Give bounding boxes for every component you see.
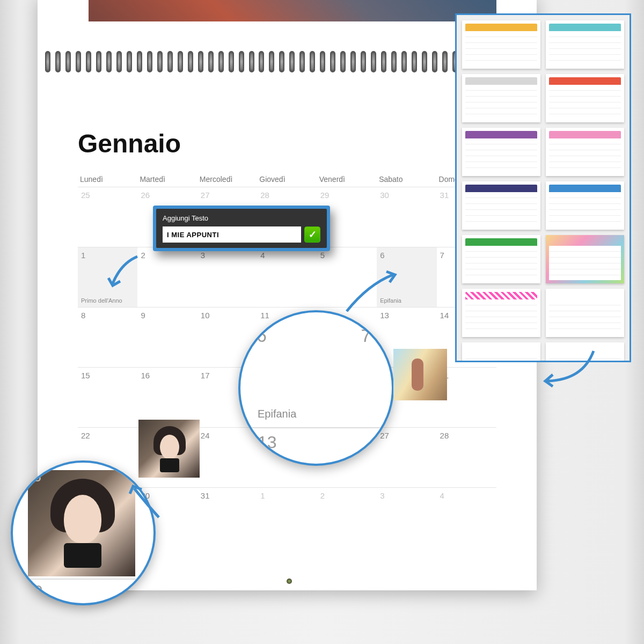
calendar-cell[interactable]: 25: [78, 187, 137, 247]
zoom-day-6: 6: [257, 325, 358, 346]
theme-thumbnail[interactable]: [462, 20, 540, 69]
theme-thumbnail[interactable]: [546, 20, 624, 69]
calendar-cell[interactable]: 24: [197, 427, 257, 487]
day-headers: LunedìMartedìMercoledìGiovedìVenerdìSaba…: [78, 172, 496, 187]
theme-thumbnail[interactable]: [546, 74, 624, 122]
arrow-icon: [105, 252, 143, 295]
punch-hole: [287, 579, 292, 584]
theme-thumbnail[interactable]: [546, 128, 624, 176]
calendar-cell[interactable]: 31: [197, 487, 257, 547]
theme-thumbnail[interactable]: [462, 235, 540, 283]
theme-thumbnail[interactable]: [546, 289, 624, 337]
popup-title: Aggiungi Testo: [163, 214, 320, 222]
theme-thumbnail[interactable]: [462, 342, 540, 362]
cell-photo-day20[interactable]: [393, 349, 447, 400]
calendar-cell[interactable]: 3: [197, 247, 257, 307]
cell-photo-day23[interactable]: [138, 420, 200, 478]
arrow-icon: [341, 268, 400, 317]
holiday-note: Primo dell'Anno: [81, 297, 122, 304]
confirm-button[interactable]: ✓: [304, 226, 320, 243]
popup-text-input[interactable]: [163, 226, 301, 243]
day-header: Giovedì: [257, 172, 317, 187]
theme-thumbnail[interactable]: [546, 181, 624, 230]
calendar-cell[interactable]: 15: [78, 367, 137, 427]
arrow-icon: [125, 482, 167, 525]
theme-thumbnail[interactable]: [462, 128, 540, 176]
theme-thumbnail[interactable]: [462, 289, 540, 337]
day-header: Martedì: [137, 172, 197, 187]
calendar-cell[interactable]: 9: [137, 307, 197, 367]
arrow-icon: [540, 348, 599, 391]
day-header: Sabato: [377, 172, 436, 187]
month-title: Gennaio: [78, 129, 181, 158]
calendar-cell[interactable]: 16: [137, 367, 197, 427]
theme-thumbnail[interactable]: [546, 235, 624, 283]
add-text-popup: Aggiungi Testo ✓: [153, 206, 330, 251]
calendar-cell[interactable]: 3: [377, 487, 436, 547]
day-header: Mercoledì: [197, 172, 257, 187]
zoom-epifania: 6 7 Epifania 13: [238, 310, 394, 466]
calendar-cell[interactable]: 1: [257, 487, 317, 547]
day-header: Venerdì: [317, 172, 377, 187]
calendar-cell[interactable]: 2: [137, 247, 197, 307]
calendar-cell[interactable]: 8: [78, 307, 137, 367]
check-icon: ✓: [309, 229, 317, 240]
calendar-cell[interactable]: 30: [377, 187, 436, 247]
header-photo: [89, 0, 496, 21]
theme-thumbnail[interactable]: [462, 74, 540, 122]
calendar-cell[interactable]: 28: [437, 427, 496, 487]
day-header: Lunedì: [78, 172, 137, 187]
calendar-cell[interactable]: 4: [437, 487, 496, 547]
theme-thumbnail[interactable]: [462, 181, 540, 230]
theme-picker-panel: [455, 13, 631, 362]
calendar-cell[interactable]: 27: [377, 427, 436, 487]
zoom-holiday-label: Epifania: [258, 408, 296, 420]
calendar-cell[interactable]: 4: [257, 247, 317, 307]
calendar-cell[interactable]: 2: [317, 487, 377, 547]
